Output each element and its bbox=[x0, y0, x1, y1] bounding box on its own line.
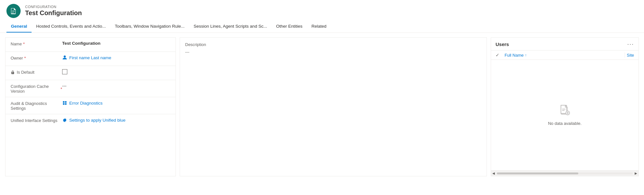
tab-bar: General Hosted Controls, Events and Acti… bbox=[0, 21, 644, 33]
scroll-thumb bbox=[497, 172, 578, 174]
field-name-row: Name * Test Configuration bbox=[5, 38, 175, 52]
settings-icon bbox=[62, 117, 67, 123]
field-cacheversion-value: --- bbox=[62, 83, 170, 88]
field-unified-label: Unified Interface Settings bbox=[11, 117, 62, 123]
users-no-data: No data available. bbox=[491, 60, 639, 170]
users-panel-header: Users ··· bbox=[491, 38, 639, 48]
header-text-block: CONFIGURATION Test Configuration bbox=[25, 5, 82, 17]
users-check-mark: ✓ bbox=[496, 52, 499, 58]
config-icon bbox=[6, 4, 21, 18]
users-col-fullname[interactable]: Full Name ↑ bbox=[505, 53, 623, 58]
person-icon bbox=[62, 55, 67, 60]
owner-required-star: * bbox=[24, 56, 26, 60]
tab-session-lines[interactable]: Session Lines, Agent Scripts and Sc... bbox=[189, 21, 271, 32]
tab-hosted-controls[interactable]: Hosted Controls, Events and Actio... bbox=[32, 21, 110, 32]
field-name-label: Name * bbox=[11, 41, 62, 46]
main-content: Name * Test Configuration Owner * First … bbox=[0, 33, 644, 181]
field-isdefault-row: Is Default bbox=[5, 66, 175, 80]
field-cacheversion-row: Configuration Cache Version * --- bbox=[5, 80, 175, 97]
users-table-header: ✓ Full Name ↑ Site bbox=[491, 50, 639, 60]
isdefault-checkbox[interactable] bbox=[62, 69, 67, 74]
users-scrollbar[interactable]: ◀ ▶ bbox=[491, 170, 639, 176]
no-data-icon bbox=[559, 104, 571, 118]
tab-related[interactable]: Related bbox=[307, 21, 331, 32]
field-isdefault-value bbox=[62, 69, 170, 75]
field-owner-row: Owner * First name Last name bbox=[5, 52, 175, 66]
svg-rect-0 bbox=[63, 101, 64, 103]
fullname-sort-icon: ↑ bbox=[525, 53, 527, 57]
field-unified-value[interactable]: Settings to apply Unified blue bbox=[62, 117, 170, 123]
field-isdefault-label: Is Default bbox=[11, 69, 62, 75]
description-value: --- bbox=[185, 50, 481, 54]
tab-toolbars[interactable]: Toolbars, Window Navigation Rule... bbox=[110, 21, 189, 32]
field-name-value: Test Configuration bbox=[62, 41, 170, 46]
scroll-right-button[interactable]: ▶ bbox=[635, 172, 637, 175]
field-audit-value[interactable]: Error Diagnostics bbox=[62, 100, 170, 106]
config-label: CONFIGURATION bbox=[25, 5, 82, 9]
field-owner-label: Owner * bbox=[11, 55, 62, 60]
svg-rect-3 bbox=[65, 103, 67, 105]
no-data-document-icon bbox=[559, 104, 571, 116]
scroll-left-button[interactable]: ◀ bbox=[492, 172, 495, 175]
col-separator bbox=[625, 52, 625, 58]
field-audit-row: Audit & Diagnostics Settings Error Diagn… bbox=[5, 97, 175, 114]
tab-other-entities[interactable]: Other Entities bbox=[271, 21, 307, 32]
field-owner-value[interactable]: First name Last name bbox=[62, 55, 170, 60]
description-panel: Description --- bbox=[180, 37, 487, 176]
page-header: CONFIGURATION Test Configuration bbox=[0, 0, 644, 18]
svg-rect-2 bbox=[63, 103, 64, 105]
config-svg-icon bbox=[10, 7, 17, 14]
users-more-menu[interactable]: ··· bbox=[627, 41, 634, 48]
tab-general[interactable]: General bbox=[6, 21, 32, 32]
fields-panel: Name * Test Configuration Owner * First … bbox=[5, 37, 176, 176]
name-required-star: * bbox=[23, 42, 25, 46]
svg-rect-1 bbox=[65, 101, 67, 103]
field-cacheversion-label: Configuration Cache Version * bbox=[11, 83, 62, 94]
users-panel: Users ··· ✓ Full Name ↑ Site bbox=[491, 37, 639, 176]
description-label: Description bbox=[185, 42, 481, 47]
config-title: Test Configuration bbox=[25, 9, 82, 17]
users-check-col: ✓ bbox=[496, 52, 505, 58]
lock-icon bbox=[11, 70, 15, 74]
scroll-track[interactable] bbox=[497, 172, 633, 174]
field-unified-row: Unified Interface Settings Settings to a… bbox=[5, 114, 175, 128]
audit-icon bbox=[62, 100, 67, 106]
field-audit-label: Audit & Diagnostics Settings bbox=[11, 100, 62, 111]
users-panel-title: Users bbox=[496, 42, 509, 47]
users-col-site[interactable]: Site bbox=[627, 53, 634, 58]
